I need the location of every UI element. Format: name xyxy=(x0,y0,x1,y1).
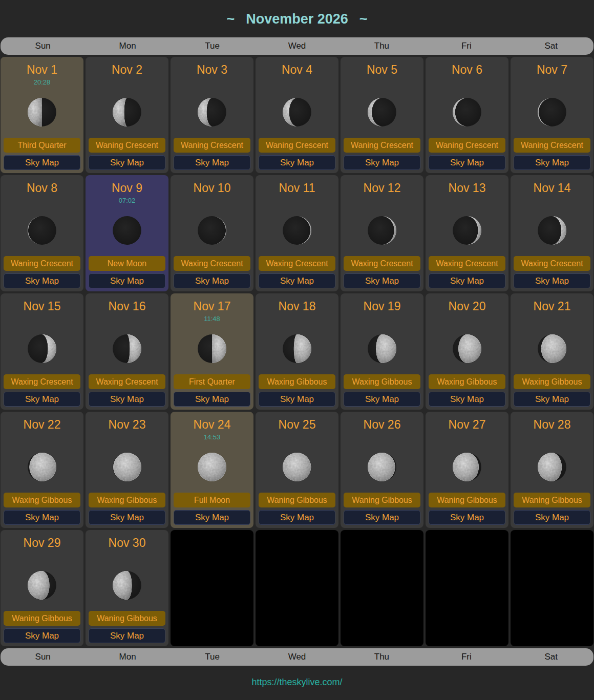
day-date: Nov 1 xyxy=(3,63,81,77)
day-cell: Nov 27 Waning Gibbous Sky Map xyxy=(426,412,508,528)
phase-name-badge: Waning Crescent xyxy=(344,138,420,153)
day-cell: Nov 13 Waxing Crescent Sky Map xyxy=(426,175,508,291)
page-title: ~November 2026~ xyxy=(0,0,594,37)
weekday-label: Tue xyxy=(170,652,254,662)
phase-time xyxy=(513,78,591,87)
sky-map-button[interactable]: Sky Map xyxy=(89,155,165,170)
sky-map-button[interactable]: Sky Map xyxy=(259,510,335,525)
day-date: Nov 15 xyxy=(3,300,81,313)
sky-map-button[interactable]: Sky Map xyxy=(429,273,505,288)
weekday-label: Wed xyxy=(254,41,339,51)
day-cell: Nov 18 Waxing Gibbous Sky Map xyxy=(256,293,338,410)
sky-map-button[interactable]: Sky Map xyxy=(174,155,250,170)
title-tilde-right: ~ xyxy=(359,11,368,27)
weekday-header-bottom: SunMonTueWedThuFriSat xyxy=(1,648,593,666)
moon-phase-image xyxy=(196,215,228,246)
day-cell: Nov 28 Waning Gibbous Sky Map xyxy=(511,412,593,528)
phase-time xyxy=(428,78,506,87)
moon-area xyxy=(258,441,336,493)
phase-name-badge: Waning Crescent xyxy=(429,138,505,153)
footer: https://theskylive.com/ xyxy=(0,666,594,699)
sky-map-button[interactable]: Sky Map xyxy=(4,510,80,525)
moon-area xyxy=(88,560,166,611)
phase-name-badge: Waxing Crescent xyxy=(429,256,505,271)
day-date: Nov 11 xyxy=(258,181,336,195)
phase-name-badge: Waxing Gibbous xyxy=(4,493,80,507)
sky-map-button[interactable]: Sky Map xyxy=(429,392,505,407)
sky-map-button[interactable]: Sky Map xyxy=(344,273,420,288)
sky-map-button[interactable]: Sky Map xyxy=(174,392,250,407)
sky-map-button[interactable]: Sky Map xyxy=(344,392,420,407)
day-cell: Nov 5 Waning Crescent Sky Map xyxy=(341,57,423,173)
moon-phase-image xyxy=(196,333,228,365)
day-date: Nov 28 xyxy=(513,418,591,432)
phase-name-badge: Waxing Gibbous xyxy=(89,493,165,507)
sky-map-button[interactable]: Sky Map xyxy=(4,155,80,170)
moon-phase-image xyxy=(26,96,58,128)
phase-time xyxy=(3,315,81,323)
sky-map-button[interactable]: Sky Map xyxy=(4,392,80,407)
day-cell: Nov 8 Waning Crescent Sky Map xyxy=(1,175,83,291)
day-cell: Nov 10 Waxing Crescent Sky Map xyxy=(171,175,253,291)
moon-area xyxy=(3,560,81,611)
day-cell: Nov 29 Waning Gibbous Sky Map xyxy=(1,530,83,646)
weekday-label: Sat xyxy=(509,41,593,51)
sky-map-button[interactable]: Sky Map xyxy=(344,510,420,525)
phase-time xyxy=(343,315,421,323)
empty-cell xyxy=(341,530,423,646)
sky-map-button[interactable]: Sky Map xyxy=(344,155,420,170)
phase-name-badge: Waxing Gibbous xyxy=(429,374,505,389)
phase-name-badge: Waning Gibbous xyxy=(429,493,505,507)
weekday-header-top: SunMonTueWedThuFriSat xyxy=(1,37,593,55)
sky-map-button[interactable]: Sky Map xyxy=(514,155,590,170)
day-cell: Nov 14 Waxing Crescent Sky Map xyxy=(511,175,593,291)
moon-phase-image xyxy=(26,215,58,246)
sky-map-button[interactable]: Sky Map xyxy=(514,392,590,407)
sky-map-button[interactable]: Sky Map xyxy=(174,510,250,525)
moon-calendar-page: ~November 2026~ SunMonTueWedThuFriSat No… xyxy=(0,0,594,699)
phase-time xyxy=(173,78,251,87)
sky-map-button[interactable]: Sky Map xyxy=(514,510,590,525)
moon-area xyxy=(513,205,591,256)
empty-cell xyxy=(426,530,508,646)
phase-time xyxy=(3,551,81,560)
weekday-label: Mon xyxy=(85,41,169,51)
sky-map-button[interactable]: Sky Map xyxy=(174,273,250,288)
moon-phase-image xyxy=(536,215,568,246)
moon-area xyxy=(173,205,251,256)
moon-area xyxy=(258,205,336,256)
sky-map-button[interactable]: Sky Map xyxy=(4,273,80,288)
moon-phase-image xyxy=(111,569,143,601)
day-date: Nov 24 xyxy=(173,418,251,432)
sky-map-button[interactable]: Sky Map xyxy=(514,273,590,288)
moon-area xyxy=(428,441,506,493)
moon-area xyxy=(343,205,421,256)
moon-area xyxy=(428,87,506,138)
day-cell: Nov 19 Waxing Gibbous Sky Map xyxy=(341,293,423,410)
day-cell: Nov 9 07:02 New Moon Sky Map xyxy=(86,175,168,291)
day-date: Nov 13 xyxy=(428,181,506,195)
moon-area xyxy=(88,323,166,374)
day-cell: Nov 22 Waxing Gibbous Sky Map xyxy=(1,412,83,528)
weekday-label: Thu xyxy=(340,652,424,662)
sky-map-button[interactable]: Sky Map xyxy=(259,273,335,288)
footer-link[interactable]: https://theskylive.com/ xyxy=(251,677,342,687)
phase-time xyxy=(258,78,336,87)
sky-map-button[interactable]: Sky Map xyxy=(89,628,165,643)
sky-map-button[interactable]: Sky Map xyxy=(259,392,335,407)
phase-name-badge: Waxing Crescent xyxy=(259,256,335,271)
moon-area xyxy=(258,323,336,374)
sky-map-button[interactable]: Sky Map xyxy=(429,510,505,525)
sky-map-button[interactable]: Sky Map xyxy=(259,155,335,170)
sky-map-button[interactable]: Sky Map xyxy=(429,155,505,170)
sky-map-button[interactable]: Sky Map xyxy=(89,273,165,288)
moon-phase-image xyxy=(281,215,313,246)
moon-phase-image xyxy=(196,451,228,483)
day-date: Nov 16 xyxy=(88,300,166,313)
phase-time xyxy=(513,315,591,323)
phase-time xyxy=(88,315,166,323)
sky-map-button[interactable]: Sky Map xyxy=(89,392,165,407)
phase-time: 20:28 xyxy=(3,78,81,87)
sky-map-button[interactable]: Sky Map xyxy=(89,510,165,525)
sky-map-button[interactable]: Sky Map xyxy=(4,628,80,643)
